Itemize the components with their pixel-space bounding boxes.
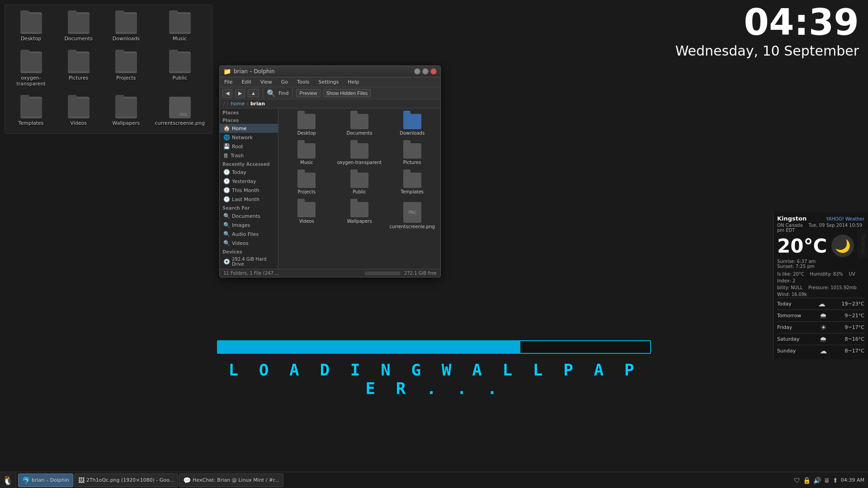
dolphin-window: 📁 brian – Dolphin FileEditViewGoToolsSet… <box>219 66 441 277</box>
dolphin-title: brian – Dolphin <box>234 68 275 75</box>
dolphin-close-button[interactable] <box>430 68 437 75</box>
toolbar-forward-button[interactable]: ▶ <box>235 89 245 98</box>
forecast-range-saturday: 8~16°C <box>845 336 864 342</box>
taskbar-start-button[interactable]: 🐧 <box>0 472 16 488</box>
file-item-wallpapers[interactable]: Wallpapers <box>335 200 384 231</box>
file-icon-desktop <box>297 114 316 129</box>
sidebar-item-root[interactable]: 💾Root <box>220 142 278 151</box>
toolbar-show-hidden-button[interactable]: Show Hidden Files <box>323 89 371 97</box>
sidebar-item-today[interactable]: 🕐Today <box>220 168 278 177</box>
taskbar-tray: 🛡 🔒 🔊 🖥 ⬆ 04:39 AM <box>794 477 868 484</box>
menu-settings[interactable]: Settings <box>316 78 340 86</box>
file-item-public[interactable]: Public <box>335 171 384 197</box>
weather-details: Is like: 20°C Humidity: 83% UV Index: 2 … <box>777 271 864 298</box>
toolbar-up-button[interactable]: ▲ <box>248 89 259 97</box>
file-icon-downloads <box>403 114 421 129</box>
file-item-oxygen-transparent[interactable]: oxygen-transparent <box>335 141 384 167</box>
file-item-templates[interactable]: Templates <box>387 171 437 197</box>
sidebar-item-trash[interactable]: 🗑Trash <box>220 151 278 160</box>
desktop-icon-currentscreenie[interactable]: PNGcurrentscreenie.png <box>152 94 208 129</box>
sidebar-item-hd1[interactable]: 💿292.4 GiB Hard Drive <box>220 255 278 268</box>
desktop-icon-videos[interactable]: Videos <box>57 94 100 129</box>
taskbar-clock: 04:39 AM <box>841 477 864 483</box>
menu-view[interactable]: View <box>259 78 274 86</box>
file-item-desktop[interactable]: Desktop <box>282 112 331 138</box>
menu-help[interactable]: Help <box>346 78 361 86</box>
desktop-icon-pictures[interactable]: Pictures <box>57 49 100 89</box>
sidebar-item-this-month[interactable]: 🕐This Month <box>220 186 278 195</box>
desktop-icon-templates[interactable]: Templates <box>9 94 52 129</box>
taskbar-app-dolphin-task[interactable]: 🐬 brian – Dolphin <box>18 474 73 487</box>
file-label-documents: Documents <box>346 131 372 136</box>
menu-file[interactable]: File <box>222 78 234 86</box>
menu-edit[interactable]: Edit <box>240 78 253 86</box>
desktop-icon-music[interactable]: Music <box>152 9 208 44</box>
sidebar-item-documents-search[interactable]: 🔍Documents <box>220 211 278 221</box>
file-icon-pictures <box>403 143 421 159</box>
loading-bar-container <box>217 340 651 354</box>
file-item-downloads[interactable]: Downloads <box>387 112 437 138</box>
file-item-music[interactable]: Music <box>282 141 331 167</box>
dolphin-menubar: FileEditViewGoToolsSettingsHelp <box>220 77 440 87</box>
desktop-icon-label-oxygen-transparent: oxygen-transparent <box>12 75 50 87</box>
file-item-pictures[interactable]: Pictures <box>387 141 437 167</box>
taskbar-app-hexchat-task[interactable]: 💬 HexChat: Brian @ Linux Mint / #r... <box>179 474 283 487</box>
loading-section: L O A D I N G W A L L P A P E R . . . <box>217 340 651 398</box>
weather-forecast: Today ☁ 19~23°C Tomorrow 🌧 9~21°C Friday… <box>777 298 864 357</box>
forecast-friday: Friday ☀ 9~17°C <box>777 321 864 333</box>
breadcrumb-home[interactable]: home <box>231 101 245 107</box>
toolbar-find-label[interactable]: Find <box>278 90 289 96</box>
dolphin-statusbar: 11 Folders, 1 File (247.... 272.1 GiB fr… <box>220 269 440 277</box>
desktop-icon-label-videos: Videos <box>70 120 87 126</box>
weather-location: Kingston <box>777 215 807 222</box>
sidebar-item-hd2[interactable]: 💿152.7 GiB Hard Drive <box>220 268 278 269</box>
file-item-currentscreenie[interactable]: PNGcurrentscreenie.png <box>387 200 437 231</box>
desktop-icon-label-projects: Projects <box>116 75 136 81</box>
weather-sunrise: Sunrise: 6:37 am <box>777 259 864 264</box>
menu-tools[interactable]: Tools <box>295 78 311 86</box>
tray-network2-icon: ⬆ <box>833 477 838 484</box>
sidebar-item-audio-search[interactable]: 🔍Audio Files <box>220 230 278 239</box>
file-item-documents[interactable]: Documents <box>335 112 384 138</box>
desktop-icon-documents[interactable]: Documents <box>57 9 100 44</box>
desktop-icon-desktop[interactable]: Desktop <box>9 9 52 44</box>
desktop-icon-downloads[interactable]: Downloads <box>104 9 147 44</box>
desktop-icon-public[interactable]: Public <box>152 49 208 89</box>
status-info: 11 Folders, 1 File (247.... <box>223 271 361 276</box>
desktop-icons-area: DesktopDocumentsDownloadsMusicoxygen-tra… <box>5 5 212 134</box>
taskbar-app-screenshot-task[interactable]: 🖼 2Th1oQc.png (868×488) - Goo... <box>74 474 178 487</box>
file-item-videos[interactable]: Videos <box>282 200 331 231</box>
forecast-day-today: Today <box>777 301 802 307</box>
tray-speaker-icon[interactable]: 🔊 <box>813 477 821 484</box>
file-label-projects: Projects <box>298 189 316 195</box>
desktop-icon-oxygen-transparent[interactable]: oxygen-transparent <box>9 49 52 89</box>
file-item-projects[interactable]: Projects <box>282 171 331 197</box>
weather-humidity: Humidity: 83% <box>810 272 843 277</box>
desktop-icon-label-pictures: Pictures <box>69 75 89 81</box>
toolbar-back-button[interactable]: ◀ <box>222 89 232 98</box>
sidebar-icon-network: 🌐 <box>223 134 230 141</box>
menu-go[interactable]: Go <box>279 78 290 86</box>
sidebar-item-home[interactable]: 🏠Home <box>220 124 278 133</box>
sidebar-item-yesterday[interactable]: 🕐Yesterday <box>220 177 278 186</box>
taskbar: 🐧 🐬 brian – Dolphin 🖼 2Th1oQc.png (1920×… <box>0 472 868 488</box>
sidebar-item-network[interactable]: 🌐Network <box>220 133 278 142</box>
dolphin-minimize-button[interactable] <box>414 68 420 75</box>
loading-text: L O A D I N G W A L L P A P E R . . . <box>217 361 651 398</box>
toolbar-find-icon[interactable]: 🔍 <box>267 89 276 98</box>
breadcrumb-current: brian <box>250 101 265 107</box>
forecast-day-sunday: Sunday <box>777 348 802 354</box>
file-label-oxygen-transparent: oxygen-transparent <box>337 160 382 165</box>
sidebar-item-last-month[interactable]: 🕐Last Month <box>220 195 278 204</box>
sidebar-item-images-search[interactable]: 🔍Images <box>220 221 278 230</box>
weather-provider[interactable]: YAHOO! Weather <box>826 216 864 221</box>
desktop-icon-projects[interactable]: Projects <box>104 49 147 89</box>
file-label-templates: Templates <box>401 189 424 195</box>
clock-widget: 04:39 Wednesday, 10 September <box>675 5 859 59</box>
toolbar-preview-button[interactable]: Preview <box>296 89 320 97</box>
sidebar-item-videos-search[interactable]: 🔍Videos <box>220 239 278 248</box>
forecast-range-tomorrow: 9~21°C <box>845 313 864 319</box>
desktop-icon-wallpapers[interactable]: Wallpapers <box>104 94 147 129</box>
dolphin-maximize-button[interactable] <box>422 68 429 75</box>
weather-bility: bility: NULL <box>777 285 802 290</box>
